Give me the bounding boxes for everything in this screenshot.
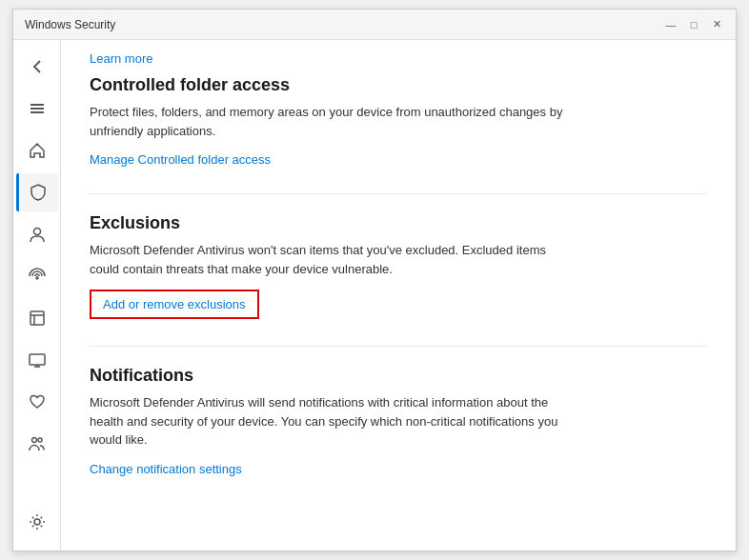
svg-rect-0 xyxy=(30,104,44,106)
svg-point-14 xyxy=(34,519,40,525)
content-area: Learn more Controlled folder access Prot… xyxy=(13,40,736,550)
divider-2 xyxy=(90,346,707,347)
add-remove-exclusions-link[interactable]: Add or remove exclusions xyxy=(90,290,259,319)
svg-point-3 xyxy=(33,229,40,235)
sidebar-item-person[interactable] xyxy=(16,215,58,253)
title-bar: Windows Security — □ ✕ xyxy=(13,10,736,40)
svg-rect-9 xyxy=(30,354,45,365)
maximize-button[interactable]: □ xyxy=(686,17,701,32)
controlled-folder-section: Controlled folder access Protect files, … xyxy=(90,75,707,167)
svg-point-12 xyxy=(31,438,36,443)
window: Windows Security — □ ✕ xyxy=(12,9,737,551)
divider-1 xyxy=(90,193,707,194)
controlled-folder-title: Controlled folder access xyxy=(90,75,707,95)
notifications-title: Notifications xyxy=(90,366,707,386)
sidebar-item-firewall[interactable] xyxy=(16,257,58,295)
notifications-desc: Microsoft Defender Antivirus will send n… xyxy=(90,393,566,450)
sidebar-item-back[interactable] xyxy=(16,48,58,86)
svg-rect-1 xyxy=(30,108,44,110)
window-title: Windows Security xyxy=(25,18,115,31)
exclusions-section: Exclusions Microsoft Defender Antivirus … xyxy=(90,213,707,319)
sidebar-item-family[interactable] xyxy=(16,425,58,463)
sidebar-item-home[interactable] xyxy=(16,131,58,170)
learn-more-link[interactable]: Learn more xyxy=(90,40,707,75)
sidebar-item-device[interactable] xyxy=(16,341,58,379)
notifications-section: Notifications Microsoft Defender Antivir… xyxy=(90,366,707,476)
svg-point-5 xyxy=(36,277,38,279)
exclusions-desc: Microsoft Defender Antivirus won't scan … xyxy=(90,241,566,278)
sidebar xyxy=(13,40,61,550)
controlled-folder-desc: Protect files, folders, and memory areas… xyxy=(90,103,566,140)
minimize-button[interactable]: — xyxy=(663,17,678,32)
title-bar-controls: — □ ✕ xyxy=(663,17,724,32)
svg-rect-6 xyxy=(30,311,44,325)
sidebar-item-menu[interactable] xyxy=(16,90,58,128)
svg-rect-2 xyxy=(30,111,44,113)
sidebar-item-shield[interactable] xyxy=(16,173,58,211)
sidebar-item-app-control[interactable] xyxy=(16,299,58,337)
exclusions-title: Exclusions xyxy=(90,213,707,233)
sidebar-item-health[interactable] xyxy=(16,383,58,421)
close-button[interactable]: ✕ xyxy=(709,17,724,32)
sidebar-item-settings[interactable] xyxy=(16,503,58,541)
svg-point-13 xyxy=(38,438,42,442)
main-panel: Learn more Controlled folder access Prot… xyxy=(61,40,736,550)
change-notification-settings-link[interactable]: Change notification settings xyxy=(90,462,242,476)
manage-controlled-folder-link[interactable]: Manage Controlled folder access xyxy=(90,152,271,167)
